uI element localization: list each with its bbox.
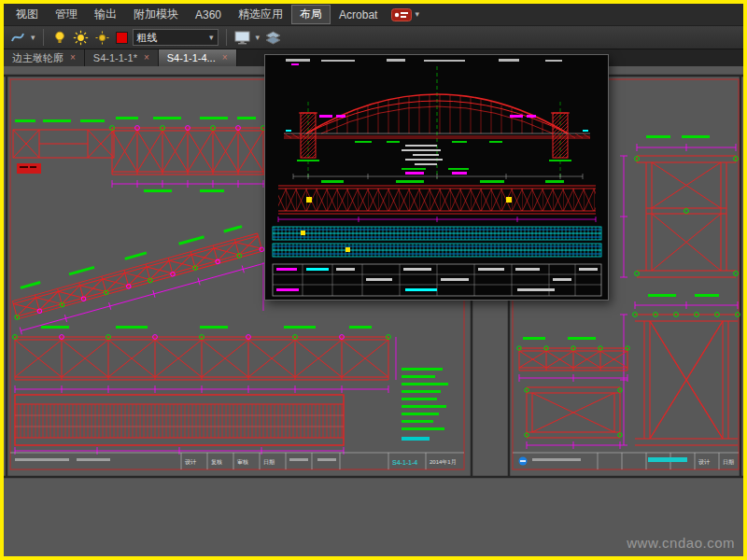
chevron-down-icon[interactable]: ▾: [31, 34, 35, 42]
title-field-review: 审核: [237, 458, 248, 465]
close-icon[interactable]: ×: [222, 53, 228, 63]
truss-band: [278, 180, 596, 222]
tab-label: S4-1-1-4...: [167, 52, 216, 63]
bridge-drawing-svg: [265, 55, 608, 300]
display-button[interactable]: [234, 29, 251, 46]
notes-green-text: [402, 368, 448, 441]
drawing-number: S4-1-1-4: [392, 459, 417, 466]
arch-hangers: [327, 94, 543, 133]
tower-frame-top-right: [620, 135, 738, 277]
deck-plan-band-2: [273, 244, 601, 257]
title-field-date: 日期: [263, 459, 275, 466]
red-badge-icon: [391, 8, 412, 21]
yellow-frame: 视图 管理 输出 附加模块 A360 精选应用 布局 Acrobat ▾ ▾: [0, 0, 747, 560]
lineweight-select[interactable]: 粗线 ▾: [133, 29, 218, 46]
truss-drawing-d: [13, 326, 396, 393]
menu-addins[interactable]: 附加模块: [125, 5, 187, 24]
blue-curve-icon: [10, 30, 25, 45]
girder-drawing-a: [13, 119, 114, 174]
brightness-button[interactable]: [73, 29, 90, 46]
ucs-style-button[interactable]: [9, 29, 26, 46]
color-swatch[interactable]: [116, 32, 128, 44]
sun-icon: [73, 30, 89, 46]
menu-layout[interactable]: 布局: [291, 5, 331, 24]
tab-drawing-2[interactable]: S4-1-1-1* ×: [85, 49, 159, 66]
title-field-design: 设计: [185, 458, 196, 465]
tab-drawing-1[interactable]: 边主墩轮廓 ×: [4, 49, 85, 66]
menu-a360[interactable]: A360: [187, 7, 230, 23]
lineweight-value: 粗线: [137, 31, 158, 45]
watermark: www.cndao.com: [627, 535, 735, 551]
tab-label: S4-1-1-1*: [93, 52, 137, 63]
layers-button[interactable]: [264, 29, 281, 46]
tab-label: 边主墩轮廓: [12, 51, 63, 65]
hatched-beam-drawing: [15, 395, 344, 455]
deck-plan-band-1: [273, 227, 601, 240]
contrast-button[interactable]: [94, 29, 111, 46]
menubar: 视图 管理 输出 附加模块 A360 精选应用 布局 Acrobat ▾: [4, 4, 743, 25]
sun-dim-icon: [94, 30, 110, 46]
autocad-window: 视图 管理 输出 附加模块 A360 精选应用 布局 Acrobat ▾ ▾: [4, 4, 743, 556]
layers-icon: [265, 31, 281, 45]
title-field-date-right: 日期: [723, 459, 734, 466]
left-title-block: 设计 复核 审核 日期 S4-1-1-4 2014年1月: [10, 453, 464, 469]
monitor-icon: [234, 31, 250, 45]
window-header-dims: [286, 59, 562, 65]
lightbulb-button[interactable]: [51, 29, 68, 46]
menu-output[interactable]: 输出: [86, 5, 125, 24]
title-field-design-right: 设计: [698, 458, 710, 465]
chevron-down-icon[interactable]: ▾: [256, 34, 261, 42]
bridge-elevation: [284, 66, 590, 180]
lightbulb-icon: [52, 30, 67, 45]
menu-view[interactable]: 视图: [7, 5, 47, 24]
window-title-table: [273, 264, 601, 296]
chevron-down-icon: ▾: [209, 34, 214, 42]
tower-frame-bottom-right: [620, 294, 740, 445]
menu-featured-apps[interactable]: 精选应用: [230, 5, 291, 24]
toolbar-separator: [43, 29, 44, 46]
close-icon[interactable]: ×: [70, 53, 76, 63]
close-icon[interactable]: ×: [144, 53, 149, 63]
elevation-dim-line: [293, 174, 583, 179]
bridge-drawing-window[interactable]: [264, 54, 609, 301]
diagonal-truss-drawing: [7, 221, 269, 335]
menu-manage[interactable]: 管理: [47, 5, 86, 24]
right-title-block: 设计 日期: [513, 453, 739, 469]
record-badge-icon[interactable]: ▾: [391, 8, 419, 21]
toolbar: ▾: [4, 25, 743, 49]
toolbar-separator: [226, 29, 227, 46]
tab-drawing-3-active[interactable]: S4-1-1-4... ×: [159, 49, 237, 66]
chevron-down-icon: ▾: [415, 10, 419, 19]
title-field-check: 复核: [211, 459, 222, 466]
drawing-date: 2014年1月: [430, 459, 457, 466]
menu-acrobat[interactable]: Acrobat: [331, 7, 386, 23]
girder-and-frame-right: [517, 337, 629, 449]
truss-drawing-b: [110, 117, 266, 192]
